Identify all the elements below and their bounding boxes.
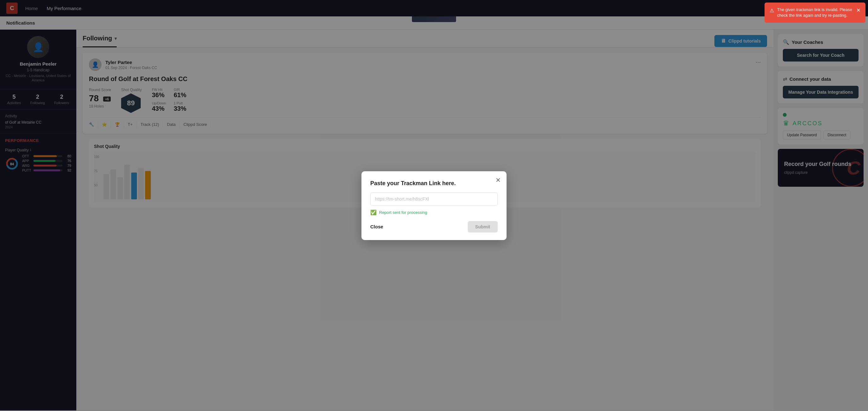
modal-title: Paste your Trackman Link here.: [370, 180, 498, 187]
trackman-modal: Paste your Trackman Link here. ✕ ✅ Repor…: [362, 171, 506, 240]
modal-close-button[interactable]: Close: [370, 224, 383, 229]
error-toast: ⚠ The given trackman link is invalid. Pl…: [765, 2, 866, 23]
modal-footer: Close Submit: [370, 221, 498, 232]
modal-status-text: Report sent for processing: [379, 210, 427, 215]
modal-submit-button[interactable]: Submit: [468, 221, 498, 232]
check-circle-icon: ✅: [370, 210, 377, 215]
trackman-link-input[interactable]: [370, 192, 498, 205]
modal-status: ✅ Report sent for processing: [370, 210, 498, 215]
error-toast-message: The given trackman link is invalid. Plea…: [777, 7, 853, 18]
warning-icon: ⚠: [770, 7, 774, 14]
modal-overlay: Paste your Trackman Link here. ✕ ✅ Repor…: [0, 0, 868, 411]
close-toast-button[interactable]: ✕: [856, 7, 861, 14]
modal-close-x-button[interactable]: ✕: [496, 177, 501, 183]
